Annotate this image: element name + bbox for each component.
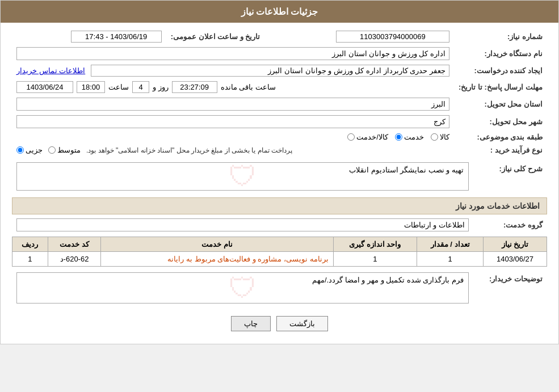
watermark-shield: 🛡 bbox=[229, 160, 257, 193]
row-general-desc: شرح کلی نیاز: تهیه و نصب نمایشگر استادیو… bbox=[12, 160, 547, 193]
cell-unit: 1 bbox=[333, 252, 417, 267]
general-desc-label: شرح کلی نیاز: bbox=[473, 160, 547, 193]
print-button[interactable]: چاپ bbox=[231, 316, 271, 331]
deadline-remaining-input: 23:27:09 bbox=[172, 81, 217, 93]
city-value: کرج bbox=[12, 113, 454, 130]
deadline-value: ساعت باقی مانده 23:27:09 روز و 4 ساعت 18… bbox=[12, 79, 454, 95]
service-group-input: اطلاعات و ارتباطات bbox=[16, 218, 469, 231]
row-province: استان محل تحویل: البرز bbox=[12, 95, 547, 113]
need-number-input: 1103003794000069 bbox=[336, 31, 449, 43]
radio-khadamat-label: خدمت bbox=[404, 133, 424, 141]
cell-quantity: 1 bbox=[417, 252, 484, 267]
cell-rownum: 1 bbox=[12, 252, 48, 267]
province-input: البرز bbox=[16, 98, 449, 111]
col-date: تاریخ نیاز bbox=[484, 237, 547, 252]
province-label: استان محل تحویل: bbox=[454, 95, 547, 113]
row-buyer-org: نام دستگاه خریدار: اداره کل ورزش و جوانا… bbox=[12, 45, 547, 62]
buyer-desc-label: توضیحات خریدار: bbox=[473, 270, 547, 306]
row-creator: ایجاد کننده درخواست: جعفر حدری کاربرداز … bbox=[12, 62, 547, 79]
buyer-desc-box: فرم بارگذاری شده تکمیل و مهر و امضا گردد… bbox=[16, 272, 469, 304]
general-desc-wrapper: تهیه و نصب نمایشگر استادیوم انقلاب 🛡 bbox=[16, 162, 469, 191]
radio-jozei[interactable]: جزیی bbox=[16, 146, 43, 154]
creator-label: ایجاد کننده درخواست: bbox=[454, 62, 547, 79]
announce-date-input: 1403/06/19 - 17:43 bbox=[71, 31, 162, 43]
row-process: نوع فرآیند خرید : جزیی متوسط پرداخت bbox=[12, 144, 547, 157]
button-row: بازگشت چاپ bbox=[12, 309, 547, 338]
general-desc-value: تهیه و نصب نمایشگر استادیوم انقلاب 🛡 bbox=[12, 160, 473, 193]
row-city: شهر محل تحویل: کرج bbox=[12, 113, 547, 130]
deadline-time-label: ساعت bbox=[108, 83, 129, 91]
deadline-label: مهلت ارسال پاسخ: تا تاریخ: bbox=[454, 79, 547, 95]
services-section-header: اطلاعات خدمات مورد نیاز bbox=[12, 197, 547, 214]
need-number-label: شماره نیاز: bbox=[454, 28, 547, 45]
services-table: تاریخ نیاز تعداد / مقدار واحد اندازه گیر… bbox=[12, 237, 547, 267]
watermark-shield-2: 🛡 bbox=[229, 272, 257, 305]
process-desc: پرداخت تمام یا بخشی از مبلغ خریدار محل "… bbox=[86, 146, 292, 154]
radio-khadamat[interactable]: خدمت bbox=[395, 133, 424, 141]
page-header: جزئیات اطلاعات نیاز bbox=[1, 1, 558, 23]
service-group-table: گروه خدمت: اطلاعات و ارتباطات bbox=[12, 217, 547, 233]
row-service-group: گروه خدمت: اطلاعات و ارتباطات bbox=[12, 217, 547, 233]
radio-kala-input[interactable] bbox=[431, 133, 438, 141]
col-unit: واحد اندازه گیری bbox=[333, 237, 417, 252]
province-value: البرز bbox=[12, 95, 454, 113]
radio-jozei-input[interactable] bbox=[16, 146, 24, 154]
cell-code: 620-62-د bbox=[48, 252, 101, 267]
announce-date-value: 1403/06/19 - 17:43 bbox=[12, 28, 166, 45]
cell-name: برنامه نویسی، مشاوره و فعالیت‌های مربوط … bbox=[101, 252, 333, 267]
buyer-desc-table: توضیحات خریدار: فرم بارگذاری شده تکمیل و… bbox=[12, 270, 547, 306]
radio-kala[interactable]: کالا bbox=[431, 133, 449, 141]
col-quantity: تعداد / مقدار bbox=[417, 237, 484, 252]
general-desc-box: تهیه و نصب نمایشگر استادیوم انقلاب 🛡 bbox=[16, 162, 469, 191]
radio-khadamat-input[interactable] bbox=[395, 133, 402, 141]
deadline-days-label: روز و bbox=[153, 83, 169, 91]
deadline-days-input: 4 bbox=[132, 81, 149, 93]
row-deadline: مهلت ارسال پاسخ: تا تاریخ: ساعت باقی مان… bbox=[12, 79, 547, 95]
row-category: طبقه بندی موضوعی: کالا/خدمت خدمت bbox=[12, 130, 547, 144]
creator-input: جعفر حدری کاربرداز اداره کل ورزش و جوانا… bbox=[91, 65, 449, 77]
city-input: کرج bbox=[16, 115, 449, 128]
deadline-date-input: 1403/06/24 bbox=[16, 81, 73, 93]
category-label: طبقه بندی موضوعی: bbox=[454, 130, 547, 144]
buyer-desc-value: فرم بارگذاری شده تکمیل و مهر و امضا گردد… bbox=[12, 270, 473, 306]
col-code: کد خدمت bbox=[48, 237, 101, 252]
row-need-number: شماره نیاز: 1103003794000069 تاریخ و ساع… bbox=[12, 28, 547, 45]
cell-date: 1403/06/27 bbox=[484, 252, 547, 267]
row-buyer-desc: توضیحات خریدار: فرم بارگذاری شده تکمیل و… bbox=[12, 270, 547, 306]
service-group-value: اطلاعات و ارتباطات bbox=[12, 217, 473, 233]
radio-motavasset[interactable]: متوسط bbox=[48, 146, 81, 154]
table-row: 1403/06/27 1 1 برنامه نویسی، مشاوره و فع… bbox=[12, 252, 547, 267]
buyer-org-label: نام دستگاه خریدار: bbox=[454, 45, 547, 62]
process-label: نوع فرآیند خرید : bbox=[454, 144, 547, 157]
deadline-remaining-label: ساعت باقی مانده bbox=[221, 83, 276, 91]
radio-kala-khadamat[interactable]: کالا/خدمت bbox=[347, 133, 388, 141]
content-area: شماره نیاز: 1103003794000069 تاریخ و ساع… bbox=[1, 23, 558, 344]
page-title: جزئیات اطلاعات نیاز bbox=[241, 7, 318, 16]
announce-date-label: تاریخ و ساعت اعلان عمومی: bbox=[166, 28, 265, 45]
buyer-org-value: اداره کل ورزش و جوانان استان البرز bbox=[12, 45, 454, 62]
radio-motavasset-label: متوسط bbox=[57, 146, 81, 154]
city-label: شهر محل تحویل: bbox=[454, 113, 547, 130]
radio-kala-khadamat-input[interactable] bbox=[347, 133, 355, 141]
need-number-value: 1103003794000069 bbox=[264, 28, 453, 45]
process-options: جزیی متوسط پرداخت تمام یا بخشی از مبلغ خ… bbox=[12, 144, 454, 157]
table-header-row: تاریخ نیاز تعداد / مقدار واحد اندازه گیر… bbox=[12, 237, 547, 252]
category-radio-group: کالا/خدمت خدمت کالا bbox=[16, 133, 449, 141]
col-rownum: ردیف bbox=[12, 237, 48, 252]
radio-motavasset-input[interactable] bbox=[48, 146, 56, 154]
deadline-time-input: 18:00 bbox=[77, 81, 105, 93]
radio-kala-label: کالا bbox=[440, 133, 449, 141]
creator-value: جعفر حدری کاربرداز اداره کل ورزش و جوانا… bbox=[12, 62, 454, 79]
radio-jozei-label: جزیی bbox=[26, 146, 43, 154]
page-wrapper: جزئیات اطلاعات نیاز شماره نیاز: 11030037… bbox=[0, 0, 559, 344]
contact-link[interactable]: اطلاعات تماس خریدار bbox=[16, 66, 85, 75]
back-button[interactable]: بازگشت bbox=[276, 316, 328, 331]
buyer-desc-wrapper: فرم بارگذاری شده تکمیل و مهر و امضا گردد… bbox=[16, 272, 469, 304]
general-desc-table: شرح کلی نیاز: تهیه و نصب نمایشگر استادیو… bbox=[12, 160, 547, 193]
buyer-org-input: اداره کل ورزش و جوانان استان البرز bbox=[16, 47, 449, 60]
category-options: کالا/خدمت خدمت کالا bbox=[12, 130, 454, 144]
service-group-label: گروه خدمت: bbox=[473, 217, 547, 233]
radio-kala-khadamat-label: کالا/خدمت bbox=[356, 133, 388, 141]
col-name: نام خدمت bbox=[101, 237, 333, 252]
main-info-table: شماره نیاز: 1103003794000069 تاریخ و ساع… bbox=[12, 28, 547, 157]
